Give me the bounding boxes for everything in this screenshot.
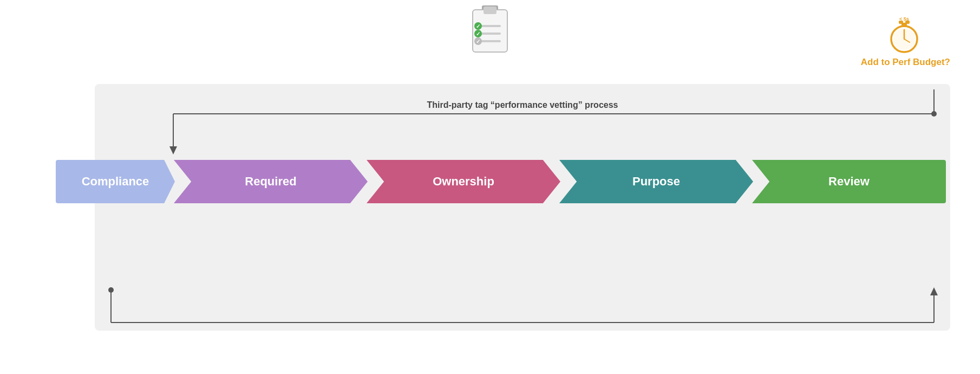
svg-text:✓: ✓ (476, 23, 480, 29)
chevron-required: Required (174, 160, 368, 203)
review-label: Review (828, 175, 870, 189)
page-wrapper: ✓ ✓ ✓ < 5s Add to Perf Budget? (0, 0, 980, 374)
process-title: Third-party tag “performance vetting” pr… (95, 100, 950, 110)
purpose-label: Purpose (632, 175, 680, 189)
perf-budget-label: Add to Perf Budget? (861, 57, 950, 68)
compliance-label: Compliance (82, 175, 149, 189)
chevron-purpose: Purpose (559, 160, 753, 203)
svg-marker-22 (169, 146, 177, 154)
chevron-review: Review (752, 160, 946, 203)
svg-point-24 (931, 111, 937, 117)
arrows-svg (95, 84, 950, 331)
chevron-ownership: Ownership (367, 160, 560, 203)
chevrons-row: Compliance Required Ownership Purpose Re… (56, 157, 946, 206)
svg-rect-2 (484, 7, 496, 14)
required-label: Required (245, 175, 296, 189)
clipboard-icon: ✓ ✓ ✓ (468, 5, 512, 57)
main-box: Third-party tag “performance vetting” pr… (95, 84, 950, 331)
chevron-compliance: Compliance (56, 160, 175, 203)
svg-point-29 (108, 287, 114, 293)
svg-text:✓: ✓ (476, 31, 480, 37)
svg-text:✓: ✓ (476, 38, 480, 44)
ownership-label: Ownership (433, 175, 494, 189)
svg-marker-28 (930, 287, 938, 295)
svg-text:< 5s: < 5s (899, 16, 909, 22)
timer-icon: < 5s (888, 16, 920, 54)
